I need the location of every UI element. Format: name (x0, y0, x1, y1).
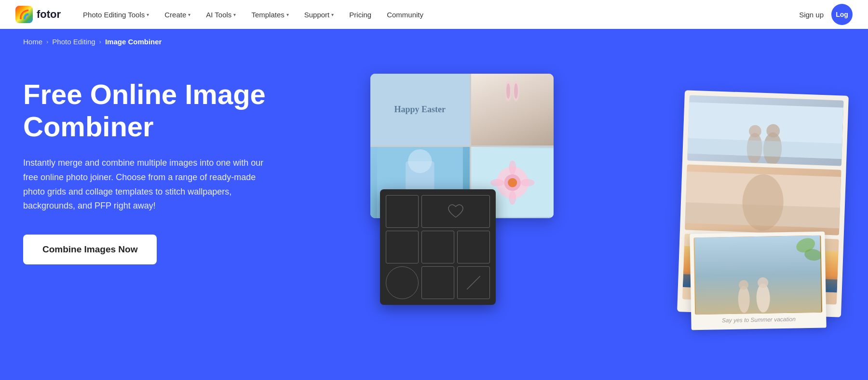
chevron-down-icon: ▾ (147, 12, 149, 17)
bunny-image (471, 74, 554, 145)
breadcrumb-separator-1: › (46, 38, 48, 45)
hero-title: Free Online Image Combiner (23, 79, 303, 143)
svg-point-12 (509, 191, 516, 205)
signup-button[interactable]: Sign up (799, 11, 824, 19)
vacation-caption: Say yes to Summer vacation (695, 313, 822, 326)
breadcrumb-separator-2: › (99, 38, 101, 45)
diagonal-template-icon (467, 276, 480, 289)
svg-point-13 (490, 179, 504, 186)
svg-point-2 (506, 83, 510, 99)
navbar: 🌈 fotor Photo Editing Tools ▾ Create ▾ A… (0, 0, 868, 29)
collage-template-grid (380, 189, 496, 305)
nav-item-support[interactable]: Support ▾ (298, 7, 341, 23)
hero-section: Free Online Image Combiner Instantly mer… (0, 54, 868, 372)
cta-button[interactable]: Combine Images Now (23, 235, 157, 264)
couple-beach-image (685, 164, 841, 235)
chevron-down-icon: ▾ (331, 12, 334, 17)
nav-item-photo-editing-tools[interactable]: Photo Editing Tools ▾ (76, 7, 156, 23)
nav-item-community[interactable]: Community (380, 7, 430, 23)
collage-easter-text: Happy Easter (370, 74, 470, 145)
template-cell-3 (386, 231, 419, 263)
hero-description: Instantly merge and combine multiple ima… (23, 156, 274, 213)
template-cell-7 (457, 266, 490, 299)
login-button[interactable]: Log (831, 4, 853, 25)
bunny-ears-icon (500, 77, 524, 110)
template-cell-2 (421, 195, 490, 228)
template-cell-6 (421, 266, 454, 299)
chevron-down-icon: ▾ (286, 12, 289, 17)
template-cell-1 (386, 195, 419, 228)
logo-text: fotor (37, 8, 61, 21)
nav-item-pricing[interactable]: Pricing (342, 7, 378, 23)
template-cell-circle (386, 266, 419, 299)
chevron-down-icon: ▾ (188, 12, 190, 17)
nav-item-ai-tools[interactable]: AI Tools ▾ (199, 7, 243, 23)
nav-right: Sign up Log (799, 4, 853, 25)
chevron-down-icon: ▾ (233, 12, 236, 17)
logo-link[interactable]: 🌈 fotor (15, 6, 61, 23)
collage-vacation-polaroid: Say yes to Summer vacation (690, 232, 826, 330)
svg-point-11 (509, 160, 516, 174)
breadcrumb: Home › Photo Editing › Image Combiner (0, 29, 868, 54)
hero-image-collage: Happy Easter (332, 64, 845, 343)
collage-bunny-photo (471, 74, 554, 145)
svg-point-14 (520, 179, 534, 186)
hero-left: Free Online Image Combiner Instantly mer… (23, 64, 303, 264)
polaroid-photo-1 (687, 95, 844, 166)
svg-point-3 (514, 83, 518, 99)
nav-items: Photo Editing Tools ▾ Create ▾ AI Tools … (76, 7, 799, 23)
template-cell-4 (421, 231, 454, 263)
vacation-image (693, 236, 822, 315)
heart-template-icon (447, 204, 464, 219)
logo-icon: 🌈 (15, 6, 33, 23)
template-cell-5 (457, 231, 490, 263)
svg-line-15 (467, 276, 480, 289)
breadcrumb-home[interactable]: Home (23, 38, 42, 46)
svg-point-10 (508, 178, 517, 187)
breadcrumb-current: Image Combiner (105, 38, 162, 46)
polaroid-photo-2 (685, 164, 841, 235)
beach-couple-image (687, 95, 844, 166)
nav-item-create[interactable]: Create ▾ (158, 7, 197, 23)
vacation-photo (693, 236, 822, 315)
svg-point-6 (408, 149, 432, 173)
breadcrumb-photo-editing[interactable]: Photo Editing (52, 38, 95, 46)
nav-item-templates[interactable]: Templates ▾ (244, 7, 295, 23)
